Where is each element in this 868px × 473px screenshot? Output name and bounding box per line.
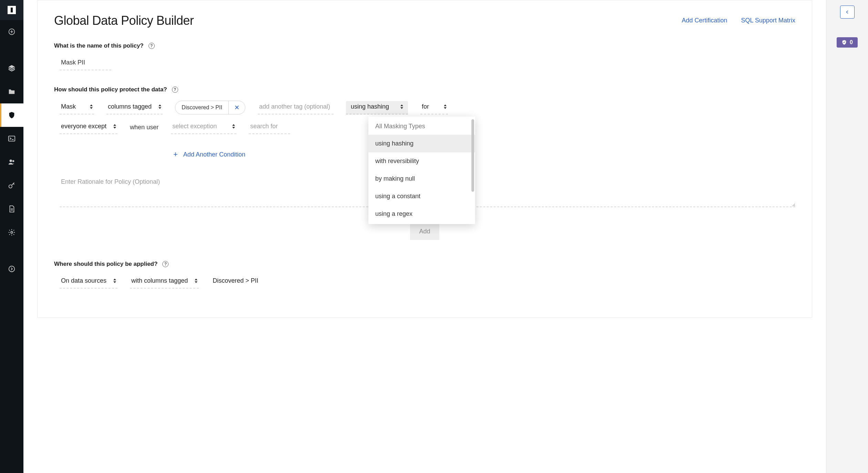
sidebar-console[interactable] [0, 127, 23, 150]
when-user-label: when user [130, 124, 159, 131]
sidebar-keys[interactable] [0, 174, 23, 197]
policy-count-badge[interactable]: 0 [837, 37, 858, 48]
exception-select[interactable]: select exception [171, 121, 236, 134]
sidebar-data[interactable] [0, 57, 23, 80]
plus-circle-icon [8, 28, 15, 35]
layers-icon [8, 64, 16, 72]
section-apply-label: Where should this policy be applied? [54, 261, 157, 268]
page-title: Global Data Policy Builder [54, 13, 194, 28]
add-condition-button[interactable]: + Add Another Condition [173, 150, 245, 159]
folder-icon [8, 88, 16, 95]
add-tag-input[interactable]: add another tag (optional) [258, 101, 334, 114]
gear-icon [8, 229, 16, 236]
masking-type-dropdown: All Masking Types using hashingwith reve… [368, 117, 475, 224]
help-icon[interactable]: ? [162, 261, 169, 267]
add-button[interactable]: Add [410, 223, 439, 240]
search-for-input[interactable]: search for [249, 121, 290, 134]
dropdown-header: All Masking Types [368, 117, 475, 135]
logo[interactable] [0, 0, 23, 20]
right-panel: 0 [826, 0, 868, 473]
masking-type-select[interactable]: using hashing [346, 101, 408, 114]
apply-columns-select[interactable]: with columns tagged [130, 275, 199, 289]
section-name-label: What is the name of this policy? [54, 42, 144, 49]
scrollbar[interactable] [471, 119, 474, 192]
svg-point-3 [12, 160, 14, 162]
apply-target-select[interactable]: On data sources [60, 275, 118, 289]
chevron-sort-icon [159, 104, 161, 109]
policy-name-input[interactable] [60, 57, 111, 70]
scope-select[interactable]: everyone except [60, 121, 118, 134]
dropdown-item[interactable]: using a constant [368, 188, 475, 205]
terminal-icon [8, 135, 16, 142]
dropdown-item[interactable]: using a regex [368, 205, 475, 223]
target-select[interactable]: columns tagged [106, 101, 163, 114]
chevron-sort-icon [113, 124, 116, 129]
svg-point-6 [9, 266, 15, 272]
policy-builder-card: Global Data Policy Builder Add Certifica… [37, 0, 812, 318]
for-select[interactable]: for [420, 101, 448, 114]
action-select[interactable]: Mask [60, 101, 94, 114]
chevron-sort-icon [195, 279, 197, 283]
section-protect-label: How should this policy protect the data? [54, 86, 167, 93]
svg-point-4 [9, 185, 12, 188]
add-certification-link[interactable]: Add Certification [682, 17, 727, 24]
help-icon[interactable]: ? [149, 43, 155, 49]
svg-point-5 [11, 231, 13, 233]
help-icon[interactable]: ? [172, 87, 178, 93]
plus-icon: + [173, 150, 178, 159]
svg-point-2 [10, 160, 12, 162]
sidebar-projects[interactable] [0, 80, 23, 103]
tag-chip-remove[interactable]: ✕ [228, 101, 245, 114]
tag-chip-label: Discovered > PII [175, 101, 228, 114]
sidebar-people[interactable] [0, 150, 23, 174]
chevron-sort-icon [400, 104, 403, 109]
dropdown-item[interactable]: by making null [368, 170, 475, 188]
dropdown-item[interactable]: using hashing [368, 135, 475, 152]
sidebar-docs[interactable] [0, 197, 23, 221]
sidebar [0, 0, 23, 473]
sidebar-policies[interactable] [0, 103, 23, 127]
chevron-sort-icon [113, 279, 116, 283]
chevron-left-icon [845, 10, 849, 14]
svg-rect-1 [9, 136, 15, 141]
badge-count: 0 [850, 39, 853, 46]
dropdown-item[interactable]: with reversibility [368, 152, 475, 170]
apply-tag-value[interactable]: Discovered > PII [211, 275, 266, 289]
document-icon [8, 205, 16, 213]
sidebar-more[interactable] [0, 257, 23, 281]
people-icon [8, 158, 16, 166]
circle-chevron-icon [8, 265, 16, 273]
collapse-panel-button[interactable] [840, 6, 855, 19]
chevron-sort-icon [444, 104, 447, 109]
tag-chip: Discovered > PII ✕ [175, 101, 245, 114]
shield-check-icon [841, 40, 847, 45]
chevron-sort-icon [90, 104, 93, 109]
sql-support-link[interactable]: SQL Support Matrix [741, 17, 795, 24]
sidebar-add[interactable] [0, 20, 23, 43]
shield-icon [8, 111, 16, 119]
sidebar-settings[interactable] [0, 221, 23, 244]
chevron-sort-icon [232, 124, 235, 129]
key-icon [8, 182, 16, 189]
